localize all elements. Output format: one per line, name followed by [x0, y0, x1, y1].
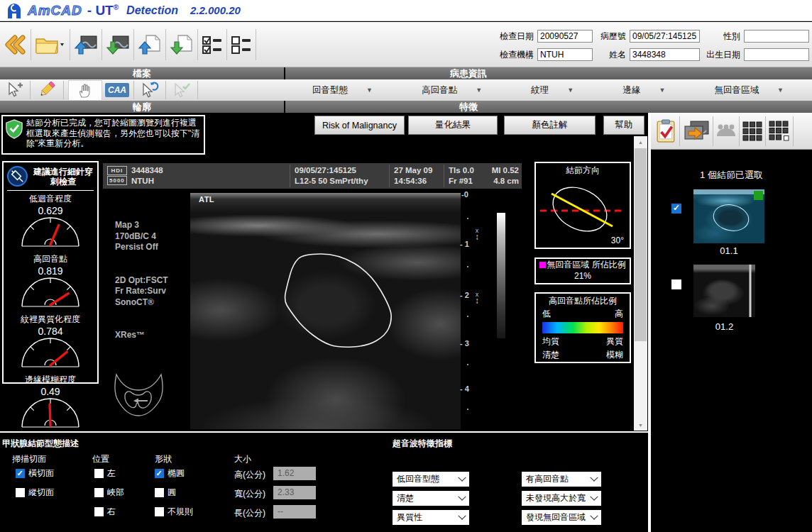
export-images-icon[interactable] — [683, 116, 710, 147]
patient-fields: 檢查日期 病歷號 性別 檢查機構 姓名 出生日期 — [497, 27, 809, 64]
select-texture[interactable]: 異質性 — [393, 510, 469, 525]
checkbox-oval[interactable]: 橢圓 — [155, 467, 185, 480]
checkbox-round[interactable]: 圓 — [155, 487, 176, 499]
toolbar-separator — [70, 29, 70, 60]
scroll-down-arrow[interactable]: ▼ — [634, 419, 647, 431]
hand-pan-icon[interactable] — [68, 80, 102, 101]
thumbnail-1[interactable] — [693, 189, 764, 243]
exam-date-input[interactable] — [537, 30, 593, 43]
checkbox-longitudinal[interactable]: 縱切面 — [16, 487, 54, 499]
divider — [290, 165, 290, 187]
color-annotation-button[interactable]: 顏色註解 — [504, 116, 596, 135]
ruler-tick: -0 — [461, 190, 468, 199]
unchecked-list-icon[interactable] — [231, 29, 252, 60]
main-area: 結節分析已完成，您可於縮圖瀏覽列進行複選框選取來產生偵測報告，另外您也可以按下"… — [0, 113, 648, 431]
checkbox-icon[interactable] — [94, 469, 104, 478]
dropdown-echogenic-foci[interactable]: 高回音點▼ — [422, 84, 482, 96]
quantitative-result-button[interactable]: 量化結果 — [408, 116, 498, 135]
scroll-up-arrow[interactable]: ▲ — [634, 136, 647, 148]
divider — [7, 190, 94, 191]
image-export-icon[interactable] — [106, 29, 130, 60]
back-icon[interactable] — [4, 29, 27, 60]
select-echo-pattern[interactable]: 低回音型態 — [393, 472, 469, 487]
dropdown-anechoic-area[interactable]: 無回音區域▼ — [715, 84, 784, 96]
checkbox-transverse[interactable]: 橫切面 — [16, 467, 54, 480]
chevron-down-icon: ▼ — [476, 87, 482, 94]
checkbox-icon[interactable] — [155, 507, 164, 516]
name-input[interactable] — [630, 48, 700, 61]
cursor-redo-icon[interactable] — [138, 80, 161, 100]
ruler-dot — [467, 364, 468, 365]
pencil-edit-icon[interactable] — [35, 80, 59, 100]
checkbox-icon[interactable] — [94, 488, 104, 497]
dropdown-texture[interactable]: 紋理▼ — [531, 84, 574, 96]
checkbox-icon[interactable] — [155, 488, 164, 497]
chevron-down-icon — [590, 473, 598, 481]
chevron-down-icon: ▼ — [366, 87, 373, 94]
toolbar-separator — [63, 81, 64, 99]
magenta-swatch — [539, 262, 546, 268]
chart-number-input[interactable] — [630, 30, 700, 43]
main-scrollbar[interactable]: ▲ ▼ — [634, 136, 647, 431]
select-anechoic-found[interactable]: 發現無回音區域 — [522, 510, 601, 525]
selected-nodule-count: 1 個結節已選取 — [651, 169, 812, 182]
select-margin-clarity[interactable]: 清楚 — [393, 491, 469, 506]
grid-partial-icon[interactable] — [769, 116, 790, 147]
cursor-add-icon[interactable] — [4, 80, 26, 100]
scrollbar-thumb[interactable] — [635, 148, 647, 341]
size-header: 大小 — [234, 453, 251, 465]
toolbar-separator — [102, 29, 102, 60]
app-version: 2.2.000.20 — [190, 4, 241, 16]
checkbox-icon[interactable] — [16, 469, 25, 478]
dropdown-margin[interactable]: 邊緣▼ — [622, 84, 665, 96]
chevron-down-icon — [458, 473, 466, 481]
caa-button[interactable]: CAA — [105, 83, 129, 97]
image-import-icon[interactable] — [74, 29, 98, 60]
notice-text: 結節分析已完成，您可於縮圖瀏覽列進行複選框選取來產生偵測報告，另外您也可以按下"… — [26, 118, 199, 148]
birthdate-input[interactable] — [744, 48, 809, 61]
gender-input[interactable] — [744, 30, 809, 43]
checkbox-irregular[interactable]: 不規則 — [155, 506, 193, 518]
institution-input[interactable] — [537, 48, 593, 61]
checked-list-icon[interactable] — [202, 29, 223, 60]
orientation-angle: 30° — [611, 235, 624, 245]
chevron-down-icon — [590, 511, 598, 519]
thumbnail-1-checkbox[interactable] — [671, 204, 681, 214]
report-export-icon[interactable] — [170, 29, 194, 60]
name-label: 姓名 — [596, 49, 626, 61]
app-logo-icon — [6, 2, 23, 19]
scale-clear: 清楚 — [542, 349, 559, 361]
ultrasound-image[interactable]: ATL Map 3170dB/C 4Persist Off 2D Opt:FSC… — [103, 189, 522, 429]
checkbox-isthmus[interactable]: 峽部 — [94, 487, 124, 499]
chevron-down-icon — [458, 492, 466, 500]
open-folder-icon[interactable] — [35, 29, 66, 60]
report-import-icon[interactable] — [138, 29, 162, 60]
toolbar-separator — [165, 81, 166, 99]
grid-all-icon[interactable] — [742, 116, 762, 147]
chevron-down-icon: ▼ — [567, 87, 574, 94]
report-check-icon[interactable] — [655, 116, 676, 147]
risk-of-malignancy-button[interactable]: Risk of Malignancy — [314, 116, 405, 135]
width-input: 2.33 — [273, 486, 316, 499]
help-button[interactable]: 幫助 — [603, 116, 644, 135]
cursor-confirm-icon[interactable] — [170, 80, 193, 100]
thumbnail-2[interactable] — [693, 265, 755, 317]
chart-number-label: 病歷號 — [596, 31, 626, 43]
indicators-title: 超音波特徵指標 — [393, 438, 452, 450]
select-echogenic-foci[interactable]: 有高回音點 — [522, 472, 601, 487]
checkbox-left[interactable]: 左 — [94, 467, 116, 480]
exam-date-label: 檢查日期 — [497, 31, 534, 43]
dropdown-echo-pattern[interactable]: 回音型態▼ — [312, 84, 373, 96]
checkbox-right[interactable]: 右 — [94, 506, 116, 518]
scan-plane-header: 掃描切面 — [12, 453, 46, 465]
section-header-patient-info: 病患資訊 — [285, 67, 812, 79]
checkbox-icon[interactable] — [155, 469, 164, 478]
gauge-hypoechoic: 低迴音程度 0.629 — [4, 193, 97, 251]
checkbox-icon[interactable] — [16, 488, 25, 497]
institution-label: 檢查機構 — [497, 49, 534, 61]
thumbnail-2-checkbox[interactable] — [671, 279, 681, 289]
sidebar-toolbar — [651, 113, 812, 150]
ultrasound-header: HDI5000 3448348 NTUH 09/05/27:145125 L12… — [103, 163, 522, 189]
checkbox-icon[interactable] — [94, 507, 104, 516]
select-taller-than-wide[interactable]: 未發現高大於寬 — [522, 491, 601, 506]
